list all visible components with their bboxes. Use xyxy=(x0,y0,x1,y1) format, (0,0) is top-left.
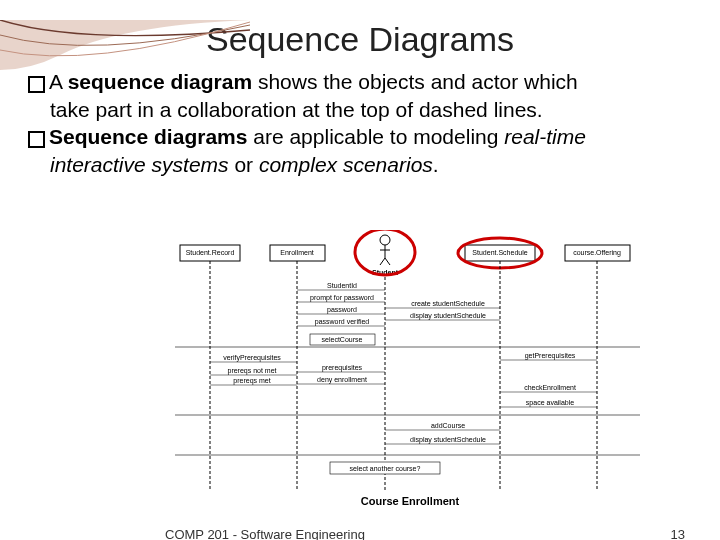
msg: create studentSchedule xyxy=(411,300,485,307)
bullet-1-cont: take part in a collaboration at the top … xyxy=(28,97,690,123)
bullet-2-cont: interactive systems or complex scenarios… xyxy=(28,152,690,178)
svg-line-6 xyxy=(385,258,390,265)
msg: display studentSchedule xyxy=(410,436,486,444)
text-italic: complex scenarios xyxy=(259,153,433,176)
text: or xyxy=(229,153,259,176)
text-bold: Sequence diagrams xyxy=(49,125,247,148)
text: shows the objects and actor which xyxy=(252,70,578,93)
object-2: Enrollment xyxy=(280,249,314,256)
body-text: A sequence diagram shows the objects and… xyxy=(0,69,720,178)
msg: StudentId xyxy=(327,282,357,289)
msg: prereqs not met xyxy=(227,367,276,375)
diagram-caption: Course Enrollment xyxy=(361,495,460,507)
text: are applicable to modeling xyxy=(247,125,504,148)
object-1: Student.Record xyxy=(186,249,235,256)
object-3: Student.Schedule xyxy=(472,249,527,256)
msg: select another course? xyxy=(350,465,421,472)
text-italic: interactive systems xyxy=(50,153,229,176)
footer-left: COMP 201 - Software Engineering xyxy=(165,527,365,540)
msg: password xyxy=(327,306,357,314)
text-italic: real-time xyxy=(504,125,586,148)
object-4: course.Offering xyxy=(573,249,621,257)
msg: display studentSchedule xyxy=(410,312,486,320)
msg: prompt for password xyxy=(310,294,374,302)
msg: deny enrollment xyxy=(317,376,367,384)
bullet-1: A sequence diagram shows the objects and… xyxy=(28,69,690,95)
msg: prereqs met xyxy=(233,377,270,385)
msg: addCourse xyxy=(431,422,465,429)
text: A xyxy=(49,70,68,93)
msg: verifyPrerequisites xyxy=(223,354,281,362)
msg: prerequisites xyxy=(322,364,363,372)
msg: password verified xyxy=(315,318,370,326)
bullet-icon xyxy=(28,131,45,148)
svg-point-2 xyxy=(380,235,390,245)
bullet-2: Sequence diagrams are applicable to mode… xyxy=(28,124,690,150)
text: . xyxy=(433,153,439,176)
text-bold: sequence diagram xyxy=(68,70,252,93)
msg: selectCourse xyxy=(322,336,363,343)
svg-line-5 xyxy=(380,258,385,265)
page-title: Sequence Diagrams xyxy=(0,20,720,59)
bullet-icon xyxy=(28,76,45,93)
slide: Sequence Diagrams A sequence diagram sho… xyxy=(0,20,720,540)
msg: getPrerequisites xyxy=(525,352,576,360)
msg: checkEnrollment xyxy=(524,384,576,391)
page-number: 13 xyxy=(671,527,685,540)
sequence-diagram-figure: Student.Record Enrollment Student Studen… xyxy=(170,230,650,510)
msg: space available xyxy=(526,399,574,407)
